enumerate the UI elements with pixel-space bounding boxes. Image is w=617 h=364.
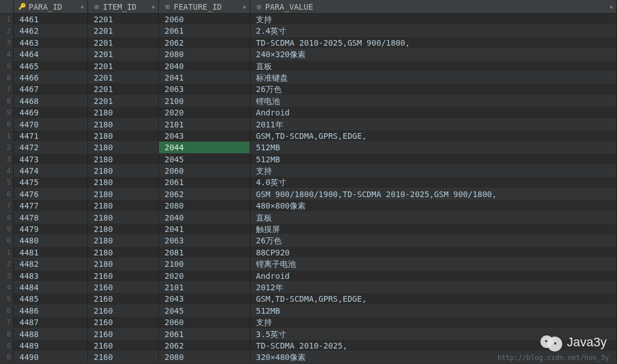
cell-para-id[interactable]: 4477 [14,200,88,211]
cell-para-id[interactable]: 4468 [14,95,88,106]
table-row[interactable]: 6447621802062GSM 900/1800/1900,TD-SCDMA … [0,189,617,200]
cell-para-value[interactable]: 触摸屏 [250,223,617,234]
cell-feature-id[interactable]: 2043 [159,130,250,141]
cell-feature-id[interactable]: 2020 [159,107,250,118]
cell-para-value[interactable]: 标准键盘 [250,72,617,83]
cell-item-id[interactable]: 2160 [88,351,159,362]
cell-para-id[interactable]: 4473 [14,154,88,165]
table-row[interactable]: 8446822012100锂电池 [0,95,617,107]
cell-item-id[interactable]: 2180 [88,119,159,130]
cell-para-id[interactable]: 4476 [14,189,88,199]
table-row[interactable]: 04470218021012011年 [0,119,617,130]
cell-para-value[interactable]: 2012年 [250,282,617,293]
column-header-para-id[interactable]: 🔑 PARA_ID ◆ [14,0,88,13]
cell-para-id[interactable]: 4469 [14,107,88,118]
cell-feature-id[interactable]: 2061 [159,177,250,187]
cell-feature-id[interactable]: 2101 [159,282,250,293]
table-row[interactable]: 8447821802040直板 [0,212,617,223]
cell-feature-id[interactable]: 2041 [159,72,250,83]
cell-item-id[interactable]: 2180 [88,223,159,234]
cell-para-value[interactable]: TD-SCDMA 2010-2025, [250,340,617,351]
cell-para-id[interactable]: 4484 [14,282,88,293]
table-row[interactable]: 44484216021012012年 [0,282,617,293]
cell-para-value[interactable]: GSM,TD-SCDMA,GPRS,EDGE, [250,130,617,141]
cell-para-value[interactable]: 320×480像素 [250,351,617,362]
cell-para-value[interactable]: Android [250,107,617,118]
cell-item-id[interactable]: 2160 [88,293,159,304]
cell-para-id[interactable]: 4466 [14,72,88,83]
cell-para-value[interactable]: 支持 [250,317,617,327]
table-row[interactable]: 3447321802045512MB [0,154,617,165]
cell-feature-id[interactable]: 2060 [159,14,250,25]
cell-para-id[interactable]: 4465 [14,61,88,71]
cell-item-id[interactable]: 2180 [88,165,159,176]
cell-item-id[interactable]: 2180 [88,142,159,153]
table-row[interactable]: 2447221802044512MB [0,142,617,153]
cell-item-id[interactable]: 2160 [88,270,159,281]
cell-para-id[interactable]: 4467 [14,83,88,94]
table-row[interactable]: 144812180208188CP920 [0,247,617,258]
cell-para-value[interactable]: 2.4英寸 [250,25,617,36]
cell-feature-id[interactable]: 2060 [159,165,250,176]
table-row[interactable]: 744672201206326万色 [0,83,617,95]
cell-item-id[interactable]: 2180 [88,235,159,246]
cell-item-id[interactable]: 2160 [88,329,159,339]
cell-para-id[interactable]: 4471 [14,130,88,141]
cell-para-id[interactable]: 4489 [14,340,88,351]
table-row[interactable]: 6448621602045512MB [0,305,617,317]
cell-item-id[interactable]: 2180 [88,154,159,165]
cell-para-id[interactable]: 4464 [14,49,88,59]
cell-item-id[interactable]: 2160 [88,340,159,351]
cell-para-value[interactable]: 2011年 [250,119,617,130]
cell-item-id[interactable]: 2201 [88,72,159,83]
cell-para-value[interactable]: 锂电池 [250,95,617,106]
cell-para-id[interactable]: 4480 [14,235,88,246]
cell-para-value[interactable]: 支持 [250,165,617,176]
cell-para-id[interactable]: 4490 [14,351,88,362]
table-row[interactable]: 7447721802080480×800像素 [0,200,617,211]
cell-para-id[interactable]: 4475 [14,177,88,187]
cell-item-id[interactable]: 2160 [88,282,159,293]
cell-para-value[interactable]: 直板 [250,212,617,223]
cell-item-id[interactable]: 2180 [88,212,159,223]
cell-para-id[interactable]: 4488 [14,329,88,339]
cell-feature-id[interactable]: 2040 [159,61,250,71]
cell-item-id[interactable]: 2160 [88,317,159,327]
cell-feature-id[interactable]: 2061 [159,329,250,339]
cell-feature-id[interactable]: 2063 [159,235,250,246]
cell-feature-id[interactable]: 2040 [159,212,250,223]
table-row[interactable]: 7448721602060支持 [0,317,617,328]
table-row[interactable]: 4446422012080240×320像素 [0,49,617,60]
column-header-para-value[interactable]: ▥ PARA_VALUE ◆ [250,0,617,13]
cell-para-id[interactable]: 4472 [14,142,88,153]
cell-feature-id[interactable]: 2060 [159,317,250,327]
cell-feature-id[interactable]: 2045 [159,154,250,165]
cell-para-value[interactable]: 512MB [250,305,617,316]
cell-item-id[interactable]: 2180 [88,200,159,211]
table-row[interactable]: 1446122012060支持 [0,14,617,25]
cell-para-id[interactable]: 4474 [14,165,88,176]
table-row[interactable]: 24462220120612.4英寸 [0,25,617,37]
cell-para-value[interactable]: 512MB [250,154,617,165]
cell-para-id[interactable]: 4483 [14,270,88,281]
table-row[interactable]: 2448221802100锂离子电池 [0,258,617,270]
cell-feature-id[interactable]: 2061 [159,25,250,36]
cell-item-id[interactable]: 2180 [88,130,159,141]
table-row[interactable]: 0449021602080320×480像素 [0,351,617,363]
cell-para-value[interactable]: 4.0英寸 [250,177,617,187]
cell-item-id[interactable]: 2180 [88,107,159,118]
cell-item-id[interactable]: 2160 [88,305,159,316]
table-row[interactable]: 6446622012041标准键盘 [0,72,617,83]
cell-para-id[interactable]: 4485 [14,293,88,304]
cell-feature-id[interactable]: 2100 [159,258,250,269]
table-row[interactable]: 54475218020614.0英寸 [0,177,617,188]
cell-para-value[interactable]: GSM 900/1800/1900,TD-SCDMA 2010-2025,GSM… [250,189,617,199]
cell-para-value[interactable]: GSM,TD-SCDMA,GPRS,EDGE, [250,293,617,304]
table-row[interactable]: 9446921802020Android [0,107,617,118]
table-row[interactable]: 5448521602043GSM,TD-SCDMA,GPRS,EDGE, [0,293,617,305]
table-row[interactable]: 84488216020613.5英寸 [0,329,617,340]
cell-item-id[interactable]: 2201 [88,61,159,71]
cell-para-id[interactable]: 4463 [14,37,88,48]
cell-para-value[interactable]: 88CP920 [250,247,617,258]
cell-para-value[interactable]: 26万色 [250,83,617,94]
